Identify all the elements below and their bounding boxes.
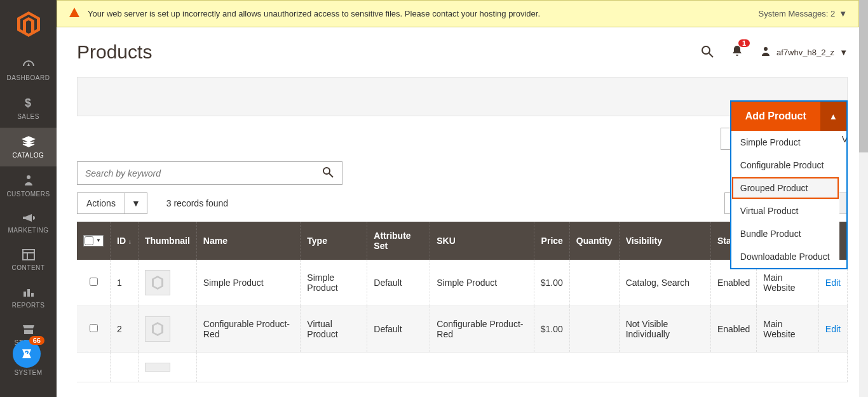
- svg-rect-1: [23, 250, 34, 260]
- megaphone-icon: [0, 213, 57, 224]
- dashboard-icon: [0, 59, 57, 72]
- sort-arrow-icon: ↓: [128, 238, 132, 245]
- nav-label: DASHBOARD: [7, 74, 50, 81]
- scroll-thumb[interactable]: [859, 0, 868, 152]
- cell-attribute-set: Default: [367, 260, 430, 306]
- row-checkbox[interactable]: [90, 278, 98, 286]
- thumbnail-placeholder: [145, 316, 170, 342]
- user-menu[interactable]: af7whv_h8_2_z ▼: [760, 46, 848, 59]
- cell-action: Edit: [818, 306, 847, 353]
- col-price[interactable]: Price: [534, 222, 569, 260]
- system-message-count: System Messages: 2: [758, 9, 835, 18]
- chat-count-badge: 66: [29, 336, 44, 345]
- cell-type: Simple Product: [301, 260, 367, 306]
- records-found-label: 3 records found: [166, 198, 228, 208]
- nav-label: CUSTOMERS: [6, 191, 50, 198]
- table-row[interactable]: [77, 353, 848, 382]
- username-label: af7whv_h8_2_z: [776, 48, 834, 57]
- cell-attribute-set: Default: [367, 306, 430, 353]
- dropdown-item-bundle[interactable]: Bundle Product: [731, 222, 839, 245]
- col-quantity[interactable]: Quantity: [569, 222, 619, 260]
- dollar-icon: $: [0, 97, 57, 111]
- table-row[interactable]: 2 Configurable Product-Red Virtual Produ…: [77, 306, 848, 353]
- admin-sidebar: DASHBOARD $ SALES CATALOG CUSTOMERS MARK…: [0, 0, 57, 397]
- col-type[interactable]: Type: [301, 222, 367, 260]
- warning-icon: [69, 7, 80, 20]
- cell-thumbnail: [139, 306, 197, 353]
- search-box: [77, 161, 342, 185]
- cell-price: $1.00: [534, 306, 569, 353]
- scrollbar[interactable]: [859, 0, 868, 397]
- nav-label: MARKETING: [8, 227, 49, 234]
- chevron-down-icon: ▼: [839, 48, 848, 57]
- nav-content[interactable]: CONTENT: [0, 241, 57, 279]
- row-checkbox[interactable]: [90, 324, 98, 332]
- help-chat-button[interactable]: 66: [13, 340, 41, 368]
- svg-rect-5: [27, 289, 30, 297]
- nav-customers[interactable]: CUSTOMERS: [0, 166, 57, 205]
- cell-name: Simple Product: [196, 260, 301, 306]
- select-all-dropdown[interactable]: ▼: [95, 236, 102, 245]
- search-icon: [322, 171, 334, 180]
- system-message-bar: Your web server is set up incorrectly an…: [57, 0, 859, 27]
- svg-rect-4: [24, 292, 26, 297]
- notif-count-badge: 1: [738, 39, 750, 47]
- nav-catalog[interactable]: CATALOG: [0, 128, 57, 166]
- nav-dashboard[interactable]: DASHBOARD: [0, 51, 57, 89]
- nav-label: CATALOG: [13, 152, 44, 159]
- col-sku[interactable]: SKU: [430, 222, 534, 260]
- cell-sku: Simple Product: [430, 260, 534, 306]
- thumbnail-placeholder: [145, 270, 170, 295]
- edit-link[interactable]: Edit: [825, 324, 841, 334]
- cell-thumbnail: [139, 260, 197, 306]
- actions-label: Actions: [78, 193, 125, 213]
- cell-visibility: Not Visible Individually: [619, 306, 710, 353]
- search-input[interactable]: [78, 163, 314, 184]
- search-icon[interactable]: [700, 44, 714, 60]
- col-id-label: ID: [117, 236, 126, 246]
- bulk-actions-select[interactable]: Actions ▼: [77, 192, 147, 214]
- person-icon: [0, 174, 57, 188]
- add-product-dropdown-toggle[interactable]: ▲: [820, 102, 846, 131]
- store-icon: [0, 324, 57, 337]
- magento-logo[interactable]: [17, 0, 40, 51]
- col-name[interactable]: Name: [196, 222, 301, 260]
- search-submit[interactable]: [314, 162, 342, 184]
- chart-icon: [0, 286, 57, 299]
- cell-sku: Configurable Product-Red: [430, 306, 534, 353]
- nav-label: SYSTEM: [14, 369, 42, 376]
- dropdown-item-grouped[interactable]: Grouped Product: [731, 177, 839, 199]
- caret-down-icon: ▼: [125, 193, 147, 213]
- add-product-button[interactable]: Add Product: [731, 102, 820, 131]
- page-title: Products: [77, 41, 152, 63]
- cell-id: 1: [111, 260, 139, 306]
- col-attribute-set[interactable]: Attribute Set: [367, 222, 430, 260]
- col-thumbnail[interactable]: Thumbnail: [139, 222, 197, 260]
- dropdown-item-simple[interactable]: Simple Product: [731, 131, 839, 154]
- svg-text:$: $: [25, 97, 31, 109]
- dropdown-item-downloadable[interactable]: Downloadable Product: [731, 245, 839, 268]
- dropdown-item-configurable[interactable]: Configurable Product: [731, 154, 839, 177]
- svg-line-10: [329, 173, 333, 177]
- nav-label: REPORTS: [12, 302, 45, 309]
- notifications-icon[interactable]: 1: [731, 44, 743, 60]
- svg-point-7: [702, 46, 710, 54]
- edit-link[interactable]: Edit: [825, 278, 841, 288]
- layout-icon: [0, 249, 57, 262]
- nav-label: CONTENT: [12, 264, 45, 271]
- nav-marketing[interactable]: MARKETING: [0, 205, 57, 241]
- dropdown-item-virtual[interactable]: Virtual Product: [731, 199, 839, 222]
- col-visibility[interactable]: Visibility: [619, 222, 710, 260]
- col-select-all[interactable]: ▼: [77, 222, 111, 260]
- col-id[interactable]: ID↓: [111, 222, 139, 260]
- cell-visibility: Catalog, Search: [619, 260, 710, 306]
- select-all-checkbox[interactable]: [85, 236, 93, 245]
- system-message-toggle[interactable]: System Messages: 2 ▼: [758, 9, 847, 18]
- svg-point-9: [323, 168, 330, 174]
- cell-status: Enabled: [710, 306, 756, 353]
- nav-reports[interactable]: REPORTS: [0, 279, 57, 316]
- svg-line-8: [709, 53, 713, 57]
- nav-sales[interactable]: $ SALES: [0, 89, 57, 128]
- add-product-group: Add Product ▲ Simple Product Configurabl…: [730, 100, 848, 269]
- add-product-dropdown: Simple Product Configurable Product Grou…: [731, 131, 839, 268]
